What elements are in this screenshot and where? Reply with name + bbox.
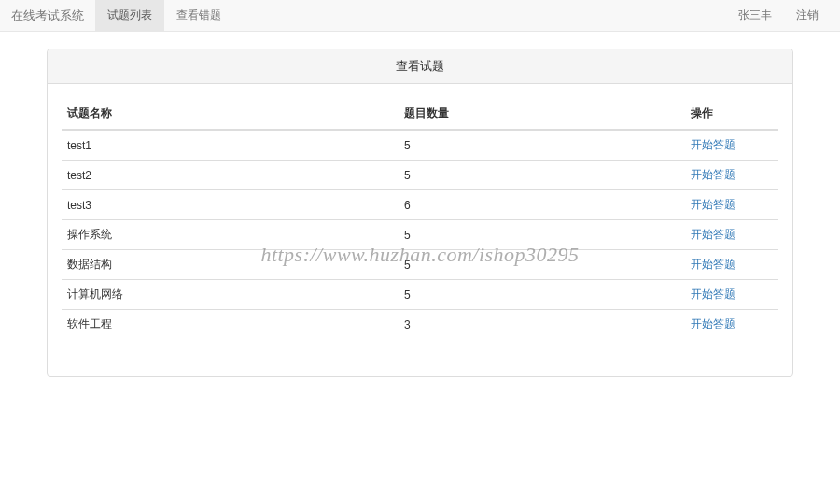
cell-action: 开始答题 (685, 310, 778, 340)
cell-action: 开始答题 (685, 280, 778, 310)
nav-user[interactable]: 张三丰 (726, 0, 784, 31)
panel-title: 查看试题 (48, 49, 792, 84)
cell-action: 开始答题 (685, 250, 778, 280)
start-exam-link[interactable]: 开始答题 (691, 317, 735, 330)
nav-logout[interactable]: 注销 (784, 0, 831, 31)
table-row: 数据结构5开始答题 (62, 250, 778, 280)
nav-item-0[interactable]: 试题列表 (95, 0, 164, 31)
cell-name: test2 (62, 161, 399, 190)
navbar: 在线考试系统 试题列表查看错题 张三丰 注销 (0, 0, 840, 32)
start-exam-link[interactable]: 开始答题 (691, 287, 735, 301)
th-count: 题目数量 (399, 98, 685, 130)
cell-action: 开始答题 (685, 220, 778, 250)
cell-count: 5 (399, 280, 685, 310)
table-header-row: 试题名称 题目数量 操作 (62, 98, 778, 130)
panel: 查看试题 试题名称 题目数量 操作 test15开始答题test25开始答题te… (47, 49, 793, 377)
start-exam-link[interactable]: 开始答题 (691, 198, 735, 211)
cell-action: 开始答题 (685, 130, 778, 161)
cell-count: 5 (399, 130, 685, 161)
nav-right: 张三丰 注销 (726, 0, 831, 31)
cell-name: 软件工程 (62, 310, 399, 340)
exam-table: 试题名称 题目数量 操作 test15开始答题test25开始答题test36开… (62, 98, 778, 339)
cell-name: test3 (62, 190, 399, 220)
cell-count: 6 (399, 190, 685, 220)
start-exam-link[interactable]: 开始答题 (691, 228, 735, 241)
table-row: 操作系统5开始答题 (62, 220, 778, 250)
nav-left: 试题列表查看错题 (95, 0, 233, 31)
cell-name: test1 (62, 130, 399, 161)
cell-name: 数据结构 (62, 250, 399, 280)
th-name: 试题名称 (62, 98, 399, 130)
nav-spacer (233, 0, 726, 31)
cell-count: 5 (399, 250, 685, 280)
nav-item-1[interactable]: 查看错题 (164, 0, 233, 31)
navbar-brand: 在线考试系统 (0, 0, 95, 31)
cell-count: 3 (399, 310, 685, 340)
table-row: test25开始答题 (62, 161, 778, 190)
start-exam-link[interactable]: 开始答题 (691, 258, 735, 271)
panel-body: 试题名称 题目数量 操作 test15开始答题test25开始答题test36开… (48, 84, 792, 376)
table-row: test15开始答题 (62, 130, 778, 161)
table-row: test36开始答题 (62, 190, 778, 220)
cell-action: 开始答题 (685, 190, 778, 220)
cell-name: 操作系统 (62, 220, 399, 250)
cell-action: 开始答题 (685, 161, 778, 190)
cell-count: 5 (399, 161, 685, 190)
start-exam-link[interactable]: 开始答题 (691, 138, 735, 151)
cell-name: 计算机网络 (62, 280, 399, 310)
start-exam-link[interactable]: 开始答题 (691, 168, 735, 181)
table-row: 软件工程3开始答题 (62, 310, 778, 340)
cell-count: 5 (399, 220, 685, 250)
th-action: 操作 (685, 98, 778, 130)
table-row: 计算机网络5开始答题 (62, 280, 778, 310)
